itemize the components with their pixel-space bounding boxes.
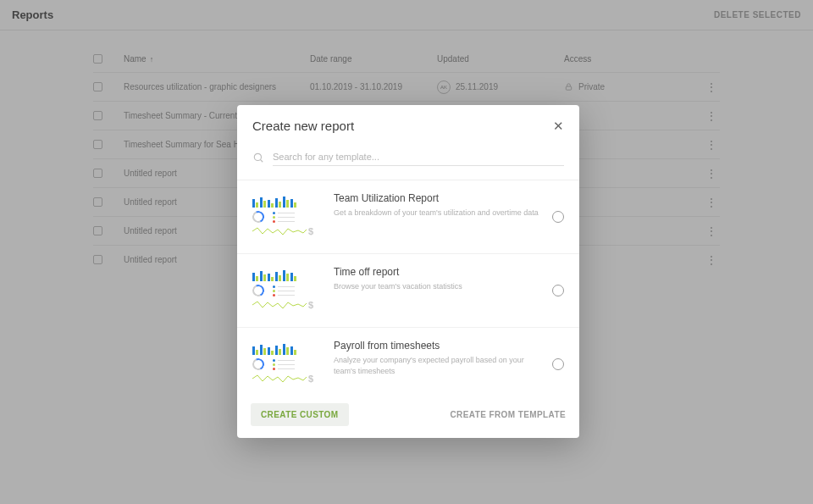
template-desc: Browse your team's vacation statistics — [334, 281, 540, 292]
template-radio[interactable] — [552, 211, 564, 223]
create-from-template-button[interactable]: CREATE FROM TEMPLATE — [450, 410, 566, 419]
template-title: Time off report — [334, 266, 540, 278]
modal-title: Create new report — [252, 119, 354, 133]
template-radio[interactable] — [552, 285, 564, 296]
template-item-team-utilization[interactable]: $ Team Utilization Report Get a breakdow… — [237, 180, 579, 254]
template-thumbnail-icon: $ — [252, 192, 322, 241]
template-thumbnail-icon: $ — [252, 266, 322, 315]
close-icon[interactable]: ✕ — [553, 119, 564, 132]
template-title: Payroll from timesheets — [334, 340, 540, 352]
create-report-modal: Create new report ✕ — [237, 105, 579, 438]
template-radio[interactable] — [552, 358, 564, 370]
modal-header: Create new report ✕ — [237, 105, 579, 145]
modal-footer: CREATE CUSTOM CREATE FROM TEMPLATE — [237, 391, 579, 438]
search-input[interactable] — [273, 148, 564, 166]
template-thumbnail-icon: $ — [252, 340, 322, 389]
template-item-payroll[interactable]: $ Payroll from timesheets Analyze your c… — [237, 328, 579, 391]
create-custom-button[interactable]: CREATE CUSTOM — [251, 403, 349, 426]
template-item-time-off[interactable]: $ Time off report Browse your team's vac… — [237, 254, 579, 328]
template-title: Team Utilization Report — [334, 192, 540, 204]
template-desc: Analyze your company's expected payroll … — [334, 355, 540, 376]
search-icon — [252, 152, 264, 163]
template-desc: Get a breakdown of your team's utilizati… — [334, 208, 540, 219]
template-list[interactable]: $ Team Utilization Report Get a breakdow… — [237, 180, 579, 391]
svg-point-1 — [254, 153, 261, 160]
search-row — [237, 145, 579, 180]
svg-line-2 — [260, 159, 263, 162]
